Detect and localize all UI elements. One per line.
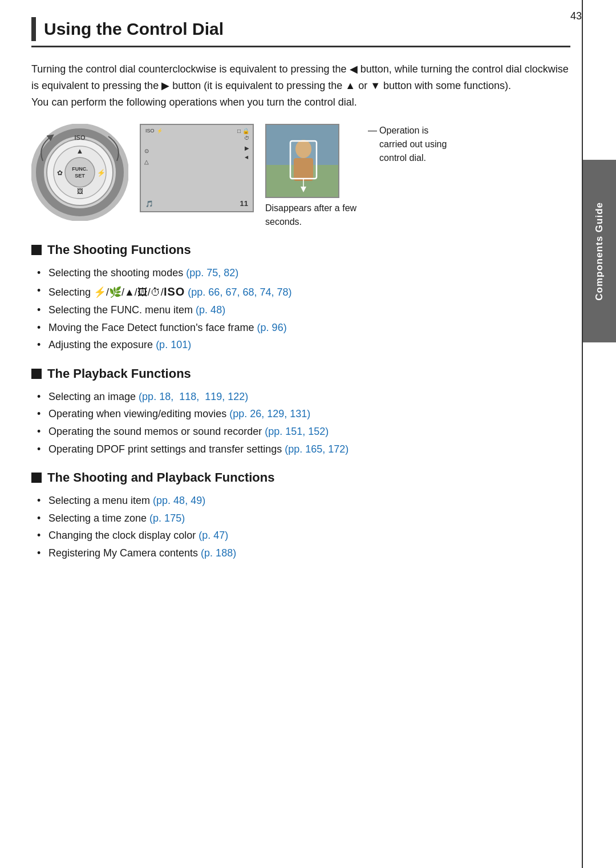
section-square-icon — [31, 245, 42, 255]
caption-operation: — Operation iscarried out usingcontrol d… — [368, 124, 482, 165]
shooting-functions-heading: The Shooting Functions — [31, 243, 570, 257]
list-item: Selecting ⚡/🌿/▲/🖼/⏱/ISO (pp. 66, 67, 68,… — [37, 282, 570, 301]
section-square-icon — [31, 473, 42, 483]
sidebar-tab-label: Components Guide — [594, 202, 605, 301]
list-item: Selecting the shooting modes (pp. 75, 82… — [37, 264, 570, 282]
list-item: Operating DPOF print settings and transf… — [37, 441, 570, 458]
list-item: Adjusting the exposure (p. 101) — [37, 336, 570, 354]
shooting-playback-bullets: Selecting a menu item (pp. 48, 49) Selec… — [31, 492, 570, 562]
svg-text:SET: SET — [75, 173, 85, 179]
playback-functions-heading: The Playback Functions — [31, 366, 570, 381]
title-bar-decoration — [31, 17, 36, 41]
list-item: Operating when viewing/editing movies (p… — [37, 405, 570, 423]
vertical-rule — [582, 0, 583, 868]
svg-text:ISO: ISO — [75, 134, 86, 141]
main-content: Using the Control Dial Turning the contr… — [31, 17, 570, 562]
playback-heading-text: The Playback Functions — [47, 366, 191, 381]
list-item: Selecting an image (pp. 18, 118, 119, 12… — [37, 388, 570, 406]
shooting-playback-heading-text: The Shooting and Playback Functions — [47, 470, 274, 485]
playback-bullets: Selecting an image (pp. 18, 118, 119, 12… — [31, 388, 570, 458]
page-number: 43 — [570, 10, 582, 22]
sidebar-tab: Components Guide — [583, 160, 616, 342]
list-item: Registering My Camera contents (p. 188) — [37, 544, 570, 562]
images-row: ▲ 🖼 ✿ ⚡ FUNC. SET ISO — [31, 124, 570, 229]
svg-text:FUNC.: FUNC. — [72, 166, 88, 172]
or-text: or — [358, 80, 367, 91]
photo-thumbnail-area: Disappears after a fewseconds. — [265, 124, 356, 229]
svg-rect-19 — [290, 141, 317, 179]
shooting-playback-heading: The Shooting and Playback Functions — [31, 470, 570, 485]
page-title-block: Using the Control Dial — [31, 17, 570, 47]
disappears-caption: Disappears after a fewseconds. — [265, 201, 356, 229]
svg-text:⚡: ⚡ — [97, 168, 106, 177]
list-item: Selecting a menu item (pp. 48, 49) — [37, 492, 570, 510]
disappears-text: Disappears after a fewseconds. — [265, 201, 356, 229]
list-item: Changing the clock display color (p. 47) — [37, 527, 570, 544]
shooting-heading-text: The Shooting Functions — [47, 243, 191, 257]
intro-paragraph: Turning the control dial counterclockwis… — [31, 61, 570, 110]
camera-screen-image: ISO ⚡ □🔒 ⏱ ▶ ◀ ⊙ — [140, 124, 254, 212]
svg-text:✿: ✿ — [57, 169, 63, 177]
section-square-icon — [31, 369, 42, 379]
control-dial-image: ▲ 🖼 ✿ ⚡ FUNC. SET ISO — [31, 124, 128, 221]
svg-text:▲: ▲ — [76, 147, 84, 155]
list-item: Selecting a time zone (p. 175) — [37, 510, 570, 527]
svg-text:🖼: 🖼 — [77, 188, 83, 195]
photo-thumbnail — [265, 124, 339, 198]
list-item: Selecting the FUNC. menu item (p. 48) — [37, 301, 570, 319]
page-title: Using the Control Dial — [44, 19, 224, 39]
shooting-bullets: Selecting the shooting modes (pp. 75, 82… — [31, 264, 570, 353]
list-item: Moving the Face Detect function's face f… — [37, 319, 570, 337]
list-item: Operating the sound memos or sound recor… — [37, 423, 570, 441]
svg-point-9 — [65, 158, 95, 187]
operation-caption: — Operation iscarried out usingcontrol d… — [368, 124, 482, 165]
